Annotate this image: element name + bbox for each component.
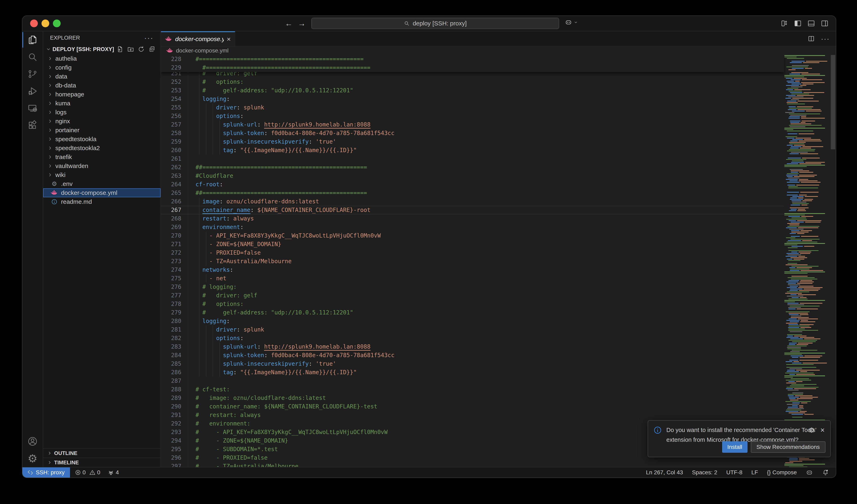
tree-file-docker-compose.yml[interactable]: docker-compose.yml xyxy=(43,188,161,197)
chevron-right-icon xyxy=(48,65,52,70)
code-line-253: 253 # gelf-address: "udp://10.0.5.112:12… xyxy=(161,86,784,95)
scrollbar-slider[interactable] xyxy=(831,55,835,149)
customize-layout-icon[interactable] xyxy=(780,19,788,27)
encoding[interactable]: UTF-8 xyxy=(726,469,742,476)
split-editor-icon[interactable] xyxy=(808,35,815,42)
explorer-sidebar: EXPLORER ··· DEPLOY [SSH: PROXY] autheli… xyxy=(43,31,161,467)
notification-close-icon[interactable]: × xyxy=(820,426,825,434)
tree-folder-kuma[interactable]: kuma xyxy=(43,99,161,108)
code-editor[interactable]: 251 # driver: gelf252 # options:253 # ge… xyxy=(161,55,836,467)
chevron-right-icon xyxy=(48,56,52,61)
notifications-bell-icon[interactable] xyxy=(822,469,829,476)
problems-indicator[interactable]: 0 0 xyxy=(75,469,100,476)
code-line-283: 283 splunk-url: http://splunk9.homelab.l… xyxy=(161,343,784,351)
settings-button[interactable]: ⚙ xyxy=(22,450,43,467)
new-file-icon[interactable] xyxy=(117,46,123,53)
code-line-280: 280 logging: xyxy=(161,317,784,326)
toggle-primary-sidebar-icon[interactable] xyxy=(794,19,802,27)
code-line-286: 286 tag: "{{.ImageName}}/{{.Name}}/{{.ID… xyxy=(161,368,784,377)
copilot-menu[interactable] xyxy=(565,18,578,27)
code-line-275: 275 - net xyxy=(161,274,784,283)
gear-icon: ⚙ xyxy=(50,181,58,187)
activity-run-debug[interactable] xyxy=(22,83,43,100)
workspace-section-header[interactable]: DEPLOY [SSH: PROXY] xyxy=(43,44,161,54)
sidebar-title: EXPLORER xyxy=(50,35,80,41)
search-icon xyxy=(404,20,410,27)
activity-remote-explorer[interactable] xyxy=(22,100,43,117)
gear-icon: ⚙ xyxy=(28,452,37,465)
collapse-all-icon[interactable] xyxy=(148,46,155,53)
tree-folder-speedtestookla[interactable]: speedtestookla xyxy=(43,135,161,144)
language-mode[interactable]: {} Compose xyxy=(767,469,797,476)
activity-explorer[interactable] xyxy=(22,31,43,48)
activity-extensions[interactable] xyxy=(22,117,43,134)
tree-folder-logs[interactable]: logs xyxy=(43,108,161,117)
tree-folder-nginx[interactable]: nginx xyxy=(43,117,161,126)
eol-sequence[interactable]: LF xyxy=(751,469,758,476)
tree-folder-data[interactable]: data xyxy=(43,72,161,81)
ports-indicator[interactable]: 4 xyxy=(107,469,119,476)
tree-folder-config[interactable]: config xyxy=(43,63,161,72)
editor-more-actions-icon[interactable]: ··· xyxy=(821,35,830,43)
accounts-button[interactable] xyxy=(22,433,43,450)
language-label: Compose xyxy=(772,469,797,476)
tree-file-readme.md[interactable]: readme.md xyxy=(43,197,161,206)
toggle-secondary-sidebar-icon[interactable] xyxy=(821,19,828,27)
copilot-icon[interactable] xyxy=(806,469,813,476)
tree-folder-wiki[interactable]: wiki xyxy=(43,171,161,179)
copilot-icon xyxy=(565,18,573,27)
show-recommendations-button[interactable]: Show Recommendations xyxy=(751,441,825,453)
back-icon[interactable]: ← xyxy=(285,19,292,27)
code-lines: 251 # driver: gelf252 # options:253 # ge… xyxy=(161,69,784,467)
minimize-window-button[interactable] xyxy=(41,19,49,27)
tree-folder-portainer[interactable]: portainer xyxy=(43,126,161,135)
activity-search[interactable] xyxy=(22,48,43,66)
timeline-section[interactable]: TIMELINE xyxy=(43,458,161,467)
minimap[interactable] xyxy=(784,55,830,467)
tree-folder-db-data[interactable]: db-data xyxy=(43,81,161,90)
code-line-288: 288# cf-test: xyxy=(161,385,784,394)
tab-docker-compose[interactable]: docker-compose.yml × xyxy=(161,31,235,46)
cursor-position[interactable]: Ln 267, Col 43 xyxy=(646,469,683,476)
chevron-right-icon xyxy=(48,74,52,79)
tree-file-.env[interactable]: ⚙.env xyxy=(43,179,161,188)
command-center-search[interactable]: deploy [SSH: proxy] xyxy=(311,18,559,29)
install-button[interactable]: Install xyxy=(722,441,747,453)
toggle-panel-icon[interactable] xyxy=(807,19,815,27)
breadcrumb[interactable]: docker-compose.yml xyxy=(161,46,836,55)
code-line-258: 258 splunk-token: f0d0bac4-808e-4d70-a78… xyxy=(161,129,784,138)
tree-folder-authelia[interactable]: authelia xyxy=(43,54,161,63)
refresh-icon[interactable] xyxy=(138,46,145,53)
outline-section[interactable]: OUTLINE xyxy=(43,448,161,458)
debug-icon xyxy=(28,86,38,96)
tree-folder-speedtestookla2[interactable]: speedtestookla2 xyxy=(43,144,161,153)
code-line-252: 252 # options: xyxy=(161,78,784,86)
tab-label: docker-compose.yml xyxy=(175,36,224,42)
code-line-276: 276 # logging: xyxy=(161,283,784,291)
indentation[interactable]: Spaces: 2 xyxy=(692,469,718,476)
tree-folder-vaultwarden[interactable]: vaultwarden xyxy=(43,161,161,171)
chevron-right-icon xyxy=(47,451,52,456)
tree-folder-traefik[interactable]: traefik xyxy=(43,153,161,161)
remote-icon xyxy=(27,469,33,475)
code-line-255: 255 driver: splunk xyxy=(161,103,784,112)
tree-folder-homepage[interactable]: homepage xyxy=(43,90,161,99)
remote-indicator[interactable]: SSH: proxy xyxy=(22,467,70,477)
code-line-282: 282 options: xyxy=(161,334,784,343)
new-folder-icon[interactable] xyxy=(127,46,134,53)
notification-toast: Do you want to install the recommended '… xyxy=(648,420,831,457)
zoom-window-button[interactable] xyxy=(53,19,61,27)
notification-settings-icon[interactable]: ⚙ xyxy=(808,426,814,434)
explorer-more-actions[interactable]: ··· xyxy=(144,34,154,42)
info-icon xyxy=(653,426,662,434)
code-line-291: 291# restart: always xyxy=(161,411,784,419)
activity-source-control[interactable] xyxy=(22,66,43,83)
code-line-274: 274 networks: xyxy=(161,266,784,274)
forward-icon[interactable]: → xyxy=(298,19,306,27)
warning-icon xyxy=(89,469,96,475)
editor-scrollbar[interactable] xyxy=(830,55,836,467)
close-window-button[interactable] xyxy=(30,19,38,27)
chevron-right-icon xyxy=(48,92,52,97)
close-tab-icon[interactable]: × xyxy=(226,35,231,43)
sticky-line-228: 228#====================================… xyxy=(161,55,784,64)
